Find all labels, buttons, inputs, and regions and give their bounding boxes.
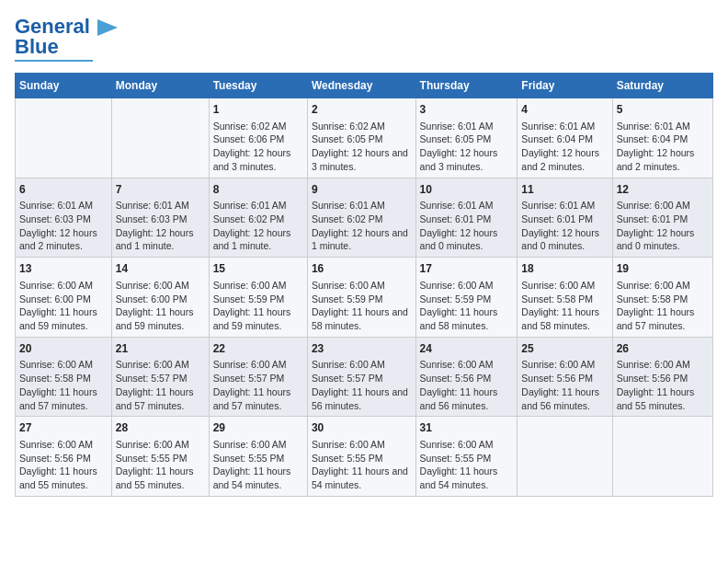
calendar-cell: 21Sunrise: 6:00 AM Sunset: 5:57 PM Dayli… bbox=[111, 337, 209, 417]
day-number: 17 bbox=[420, 261, 514, 277]
day-number: 9 bbox=[312, 182, 412, 198]
calendar-cell: 29Sunrise: 6:00 AM Sunset: 5:55 PM Dayli… bbox=[209, 417, 307, 497]
calendar-cell: 19Sunrise: 6:00 AM Sunset: 5:58 PM Dayli… bbox=[612, 258, 712, 338]
calendar-week-row: 6Sunrise: 6:01 AM Sunset: 6:03 PM Daylig… bbox=[16, 178, 713, 258]
day-number: 22 bbox=[213, 341, 303, 357]
page-header: General Blue bbox=[15, 15, 713, 62]
cell-content: Sunrise: 6:02 AM Sunset: 6:06 PM Dayligh… bbox=[213, 120, 303, 174]
cell-content: Sunrise: 6:01 AM Sunset: 6:02 PM Dayligh… bbox=[312, 199, 412, 253]
calendar-cell: 16Sunrise: 6:00 AM Sunset: 5:59 PM Dayli… bbox=[307, 258, 415, 338]
calendar-cell: 13Sunrise: 6:00 AM Sunset: 6:00 PM Dayli… bbox=[16, 258, 112, 338]
calendar-cell: 7Sunrise: 6:01 AM Sunset: 6:03 PM Daylig… bbox=[111, 178, 209, 258]
calendar-cell: 1Sunrise: 6:02 AM Sunset: 6:06 PM Daylig… bbox=[209, 98, 307, 178]
calendar-cell: 11Sunrise: 6:01 AM Sunset: 6:01 PM Dayli… bbox=[518, 178, 612, 258]
calendar-cell: 18Sunrise: 6:00 AM Sunset: 5:58 PM Dayli… bbox=[518, 258, 612, 338]
day-number: 24 bbox=[420, 341, 514, 357]
day-number: 28 bbox=[116, 420, 205, 436]
header-friday: Friday bbox=[518, 74, 612, 98]
calendar-cell: 17Sunrise: 6:00 AM Sunset: 5:59 PM Dayli… bbox=[415, 258, 518, 338]
day-number: 1 bbox=[213, 102, 303, 118]
calendar-cell: 9Sunrise: 6:01 AM Sunset: 6:02 PM Daylig… bbox=[307, 178, 415, 258]
calendar-cell: 30Sunrise: 6:00 AM Sunset: 5:55 PM Dayli… bbox=[307, 417, 415, 497]
cell-content: Sunrise: 6:00 AM Sunset: 6:01 PM Dayligh… bbox=[617, 199, 709, 253]
calendar-cell: 24Sunrise: 6:00 AM Sunset: 5:56 PM Dayli… bbox=[415, 337, 518, 417]
day-number: 8 bbox=[213, 182, 303, 198]
header-tuesday: Tuesday bbox=[209, 74, 307, 98]
cell-content: Sunrise: 6:00 AM Sunset: 5:55 PM Dayligh… bbox=[116, 438, 205, 492]
cell-content: Sunrise: 6:02 AM Sunset: 6:05 PM Dayligh… bbox=[312, 120, 412, 174]
cell-content: Sunrise: 6:01 AM Sunset: 6:04 PM Dayligh… bbox=[521, 120, 608, 174]
calendar-cell: 6Sunrise: 6:01 AM Sunset: 6:03 PM Daylig… bbox=[16, 178, 112, 258]
cell-content: Sunrise: 6:00 AM Sunset: 5:55 PM Dayligh… bbox=[420, 438, 514, 492]
cell-content: Sunrise: 6:00 AM Sunset: 5:57 PM Dayligh… bbox=[116, 358, 205, 412]
cell-content: Sunrise: 6:01 AM Sunset: 6:01 PM Dayligh… bbox=[521, 199, 608, 253]
cell-content: Sunrise: 6:00 AM Sunset: 5:56 PM Dayligh… bbox=[521, 358, 608, 412]
cell-content: Sunrise: 6:00 AM Sunset: 5:57 PM Dayligh… bbox=[213, 358, 303, 412]
calendar-cell: 14Sunrise: 6:00 AM Sunset: 6:00 PM Dayli… bbox=[111, 258, 209, 338]
calendar-cell: 25Sunrise: 6:00 AM Sunset: 5:56 PM Dayli… bbox=[518, 337, 612, 417]
logo-underline bbox=[15, 60, 93, 62]
cell-content: Sunrise: 6:00 AM Sunset: 5:58 PM Dayligh… bbox=[617, 279, 709, 333]
day-number: 31 bbox=[420, 420, 514, 436]
day-number: 23 bbox=[312, 341, 412, 357]
header-wednesday: Wednesday bbox=[307, 74, 415, 98]
calendar-cell bbox=[612, 417, 712, 497]
calendar-week-row: 1Sunrise: 6:02 AM Sunset: 6:06 PM Daylig… bbox=[16, 98, 713, 178]
calendar-cell: 10Sunrise: 6:01 AM Sunset: 6:01 PM Dayli… bbox=[415, 178, 518, 258]
cell-content: Sunrise: 6:00 AM Sunset: 5:55 PM Dayligh… bbox=[213, 438, 303, 492]
calendar-cell: 2Sunrise: 6:02 AM Sunset: 6:05 PM Daylig… bbox=[307, 98, 415, 178]
calendar-cell: 28Sunrise: 6:00 AM Sunset: 5:55 PM Dayli… bbox=[111, 417, 209, 497]
day-number: 14 bbox=[116, 261, 205, 277]
svg-marker-0 bbox=[97, 19, 118, 36]
calendar-cell bbox=[111, 98, 209, 178]
calendar-cell: 22Sunrise: 6:00 AM Sunset: 5:57 PM Dayli… bbox=[209, 337, 307, 417]
calendar-cell: 8Sunrise: 6:01 AM Sunset: 6:02 PM Daylig… bbox=[209, 178, 307, 258]
calendar-week-row: 27Sunrise: 6:00 AM Sunset: 5:56 PM Dayli… bbox=[16, 417, 713, 497]
calendar-cell: 15Sunrise: 6:00 AM Sunset: 5:59 PM Dayli… bbox=[209, 258, 307, 338]
day-number: 10 bbox=[420, 182, 514, 198]
day-number: 6 bbox=[19, 182, 108, 198]
day-number: 27 bbox=[19, 420, 108, 436]
header-monday: Monday bbox=[111, 74, 209, 98]
cell-content: Sunrise: 6:00 AM Sunset: 5:58 PM Dayligh… bbox=[521, 279, 608, 333]
cell-content: Sunrise: 6:00 AM Sunset: 6:00 PM Dayligh… bbox=[19, 279, 108, 333]
logo: General Blue bbox=[15, 15, 118, 62]
header-thursday: Thursday bbox=[415, 74, 518, 98]
day-number: 7 bbox=[116, 182, 205, 198]
calendar-cell bbox=[518, 417, 612, 497]
day-number: 30 bbox=[312, 420, 412, 436]
cell-content: Sunrise: 6:01 AM Sunset: 6:03 PM Dayligh… bbox=[19, 199, 108, 253]
cell-content: Sunrise: 6:00 AM Sunset: 5:59 PM Dayligh… bbox=[213, 279, 303, 333]
cell-content: Sunrise: 6:01 AM Sunset: 6:01 PM Dayligh… bbox=[420, 199, 514, 253]
cell-content: Sunrise: 6:01 AM Sunset: 6:05 PM Dayligh… bbox=[420, 120, 514, 174]
calendar-header-row: SundayMondayTuesdayWednesdayThursdayFrid… bbox=[16, 74, 713, 98]
cell-content: Sunrise: 6:01 AM Sunset: 6:02 PM Dayligh… bbox=[213, 199, 303, 253]
cell-content: Sunrise: 6:00 AM Sunset: 5:56 PM Dayligh… bbox=[617, 358, 709, 412]
day-number: 20 bbox=[19, 341, 108, 357]
cell-content: Sunrise: 6:00 AM Sunset: 5:55 PM Dayligh… bbox=[312, 438, 412, 492]
day-number: 25 bbox=[521, 341, 608, 357]
day-number: 5 bbox=[617, 102, 709, 118]
cell-content: Sunrise: 6:00 AM Sunset: 5:59 PM Dayligh… bbox=[420, 279, 514, 333]
calendar-cell: 23Sunrise: 6:00 AM Sunset: 5:57 PM Dayli… bbox=[307, 337, 415, 417]
day-number: 12 bbox=[617, 182, 709, 198]
cell-content: Sunrise: 6:00 AM Sunset: 6:00 PM Dayligh… bbox=[116, 279, 205, 333]
day-number: 16 bbox=[312, 261, 412, 277]
day-number: 15 bbox=[213, 261, 303, 277]
cell-content: Sunrise: 6:01 AM Sunset: 6:04 PM Dayligh… bbox=[617, 120, 709, 174]
cell-content: Sunrise: 6:00 AM Sunset: 5:56 PM Dayligh… bbox=[420, 358, 514, 412]
day-number: 3 bbox=[420, 102, 514, 118]
calendar-week-row: 20Sunrise: 6:00 AM Sunset: 5:58 PM Dayli… bbox=[16, 337, 713, 417]
logo-arrow-icon bbox=[97, 19, 118, 36]
calendar-cell: 5Sunrise: 6:01 AM Sunset: 6:04 PM Daylig… bbox=[612, 98, 712, 178]
calendar-cell: 4Sunrise: 6:01 AM Sunset: 6:04 PM Daylig… bbox=[518, 98, 612, 178]
logo-blue: Blue bbox=[15, 35, 59, 59]
cell-content: Sunrise: 6:00 AM Sunset: 5:58 PM Dayligh… bbox=[19, 358, 108, 412]
day-number: 11 bbox=[521, 182, 608, 198]
calendar-cell: 12Sunrise: 6:00 AM Sunset: 6:01 PM Dayli… bbox=[612, 178, 712, 258]
header-saturday: Saturday bbox=[612, 74, 712, 98]
day-number: 19 bbox=[617, 261, 709, 277]
calendar-cell: 3Sunrise: 6:01 AM Sunset: 6:05 PM Daylig… bbox=[415, 98, 518, 178]
day-number: 13 bbox=[19, 261, 108, 277]
day-number: 2 bbox=[312, 102, 412, 118]
